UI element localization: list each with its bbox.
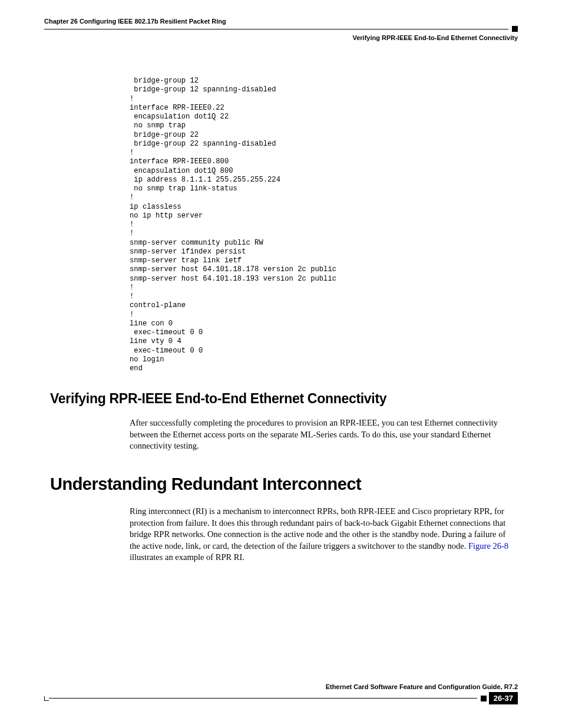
footer-title: Ethernet Card Software Feature and Confi…: [44, 683, 518, 690]
page-container: Chapter 26 Configuring IEEE 802.17b Resi…: [0, 0, 562, 728]
page-footer: Ethernet Card Software Feature and Confi…: [44, 683, 518, 704]
para-text-1: Ring interconnect (RI) is a mechanism to…: [130, 506, 505, 551]
footer-corner-icon: [44, 696, 49, 701]
para-text-2: illustrates an example of RPR RI.: [130, 552, 244, 562]
paragraph-verify: After successfully completing the proced…: [130, 417, 512, 452]
header-chapter: Chapter 26 Configuring IEEE 802.17b Resi…: [44, 18, 518, 25]
config-code-block: bridge-group 12 bridge-group 12 spanning…: [130, 77, 518, 373]
page-number: 26-37: [489, 692, 518, 704]
section-heading-verify: Verifying RPR-IEEE End-to-End Ethernet C…: [50, 391, 518, 407]
header-section: Verifying RPR-IEEE End-to-End Ethernet C…: [44, 34, 518, 41]
paragraph-understand: Ring interconnect (RI) is a mechanism to…: [130, 506, 512, 564]
footer-line: [49, 698, 477, 699]
footer-square-icon: [481, 696, 487, 701]
figure-link[interactable]: Figure 26-8: [468, 541, 508, 551]
rule-line: [44, 29, 508, 29]
rule-square-icon: [512, 26, 518, 32]
section-heading-understand: Understanding Redundant Interconnect: [50, 475, 518, 494]
footer-rule: 26-37: [44, 692, 518, 704]
header-rule: [44, 26, 518, 32]
